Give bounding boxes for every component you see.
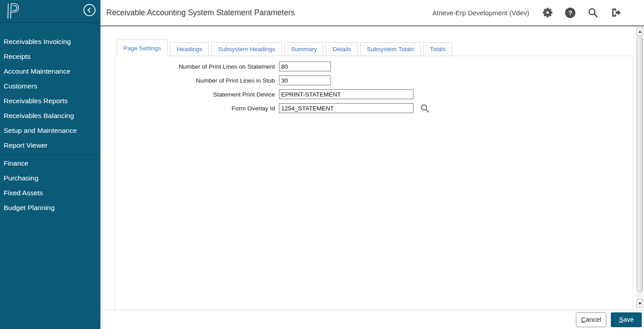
tab-panel-page-settings: Number of Print Lines on Statement Numbe… (114, 56, 633, 310)
sidebar-nav: Receivables Invoicing Receipts Account M… (0, 23, 100, 215)
print-lines-statement-label: Number of Print Lines on Statement (115, 63, 279, 70)
sidebar-item-receipts[interactable]: Receipts (0, 49, 100, 64)
form-overlay-id-label: Form Overlay Id (115, 105, 279, 112)
lookup-search-icon (420, 104, 430, 113)
form-row: Number of Print Lines in Stub (115, 75, 633, 85)
scrollbar-thumb[interactable] (637, 37, 643, 292)
tab-subsystem-headings[interactable]: Subsystem Headings (211, 42, 282, 56)
collapse-sidebar-button[interactable] (83, 4, 96, 16)
sidebar-item-setup-and-maintenance[interactable]: Setup and Maintenance (0, 123, 100, 138)
form-row: Number of Print Lines on Statement (115, 61, 633, 71)
tab-details[interactable]: Details (326, 42, 357, 56)
form-overlay-lookup-button[interactable] (420, 104, 430, 113)
statement-print-device-label: Statement Print Device (115, 91, 279, 98)
chevron-left-icon (84, 5, 95, 15)
scroll-down-button[interactable] (636, 299, 643, 307)
sidebar-item-receivables-reports[interactable]: Receivables Reports (0, 93, 100, 108)
help-icon[interactable] (565, 8, 575, 18)
tab-summary[interactable]: Summary (284, 42, 324, 56)
save-button[interactable]: Save (611, 312, 642, 327)
tab-headings[interactable]: Headings (170, 42, 209, 56)
scroll-up-button[interactable] (636, 27, 643, 35)
tab-totals[interactable]: Totals (423, 42, 452, 56)
tab-bar: Page Settings Headings Subsystem Heading… (117, 39, 644, 56)
page-title: Receivable Accounting System Statement P… (106, 8, 295, 18)
footer-bar: . Cancel Save (100, 310, 644, 329)
sidebar-item-budget-planning[interactable]: Budget Planning (0, 200, 100, 215)
sidebar-item-account-maintenance[interactable]: Account Maintenance (0, 64, 100, 79)
page-header: Receivable Accounting System Statement P… (100, 0, 644, 26)
main-content: Page Settings Headings Subsystem Heading… (100, 26, 644, 310)
search-icon[interactable] (587, 7, 598, 18)
statement-print-device-input[interactable] (279, 89, 413, 99)
gear-icon[interactable] (542, 7, 553, 18)
account-name: Atrieve-Erp Development (Vdev) (432, 9, 529, 17)
header-actions: Atrieve-Erp Development (Vdev) (432, 7, 644, 18)
sidebar-item-receivables-invoicing[interactable]: Receivables Invoicing (0, 34, 100, 49)
powerschool-logo-icon (6, 3, 19, 21)
sidebar-header (0, 0, 100, 23)
footer-dot: . (101, 320, 103, 323)
form-row: Form Overlay Id (115, 103, 633, 113)
sidebar: Receivables Invoicing Receipts Account M… (0, 0, 100, 329)
print-lines-stub-input[interactable] (279, 75, 331, 85)
form-overlay-id-input[interactable] (279, 103, 413, 113)
form-row: Statement Print Device (115, 89, 633, 99)
sidebar-item-receivables-balancing[interactable]: Receivables Balancing (0, 108, 100, 123)
vertical-scrollbar (636, 27, 643, 307)
print-lines-stub-label: Number of Print Lines in Stub (115, 77, 279, 84)
scroll-down-icon (638, 303, 642, 305)
print-lines-statement-input[interactable] (279, 61, 331, 71)
sidebar-item-purchasing[interactable]: Purchasing (0, 171, 100, 185)
scroll-up-icon (638, 31, 642, 33)
sidebar-item-customers[interactable]: Customers (0, 79, 100, 93)
sidebar-item-finance[interactable]: Finance (0, 156, 100, 171)
logout-icon[interactable] (610, 7, 622, 18)
sidebar-item-fixed-assets[interactable]: Fixed Assets (0, 185, 100, 200)
cancel-button[interactable]: Cancel (576, 312, 606, 327)
sidebar-item-report-viewer[interactable]: Report Viewer (0, 138, 100, 153)
scrollbar-track[interactable] (636, 36, 643, 299)
tab-page-settings[interactable]: Page Settings (117, 39, 168, 56)
tab-subsystem-totals[interactable]: Subsystem Totals (360, 42, 421, 56)
sidebar-group-divider (0, 154, 100, 155)
